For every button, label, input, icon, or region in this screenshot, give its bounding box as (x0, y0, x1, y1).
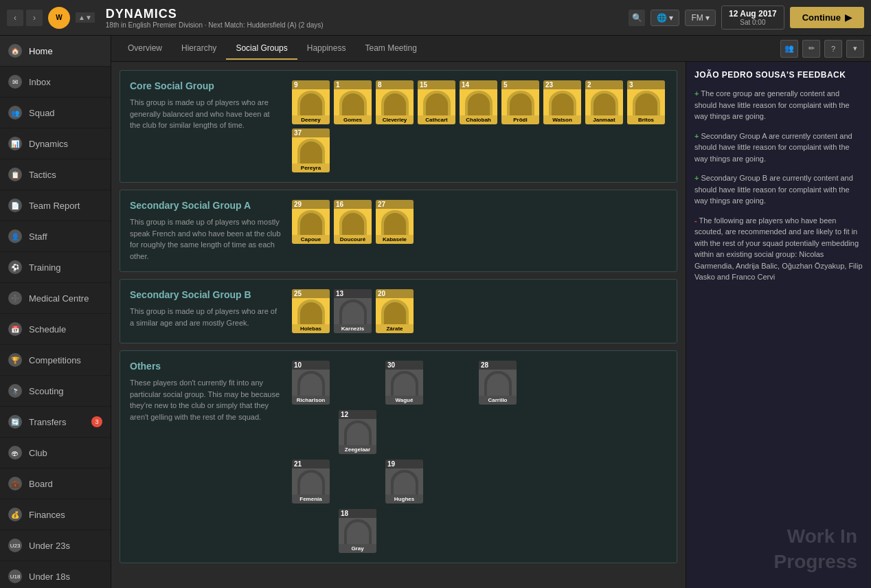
player-avatar (339, 91, 367, 115)
player-card[interactable]: 3 Britos (627, 80, 665, 124)
player-number: 3 (627, 80, 665, 89)
tab-social-groups[interactable]: Social Groups (226, 38, 297, 60)
sidebar-item-u18[interactable]: U18 Under 18s (0, 561, 111, 588)
sidebar-item-training[interactable]: ⚽ Training (0, 252, 111, 283)
sidebar-item-transfers[interactable]: 🔄 Transfers 3 (0, 407, 111, 438)
player-name: Richarlson (292, 396, 330, 405)
player-number: 18 (339, 509, 376, 518)
search-button[interactable]: 🔍 (629, 10, 645, 26)
edit-icon[interactable]: ✏ (802, 40, 820, 58)
player-avatar (391, 470, 418, 495)
club-badge[interactable]: W (48, 7, 70, 29)
player-card[interactable]: 20 Zárate (376, 289, 414, 333)
player-card[interactable]: 8 Cleverley (376, 80, 414, 124)
help-icon[interactable]: ? (824, 40, 842, 58)
group-card: Secondary Social Group B This group is m… (120, 279, 677, 343)
continue-button[interactable]: Continue ▶ (790, 7, 864, 28)
player-number: 27 (376, 200, 414, 209)
globe-button[interactable]: 🌐 ▾ (651, 10, 679, 26)
sidebar-item-dynamics[interactable]: 📊 Dynamics (0, 128, 111, 159)
tab-happiness[interactable]: Happiness (297, 38, 356, 60)
expand-icon[interactable]: ▾ (846, 40, 864, 58)
feedback-item: + The core group are generally content a… (694, 88, 863, 122)
player-card[interactable]: 9 Deeney (292, 80, 330, 124)
fm-button[interactable]: FM ▾ (685, 10, 716, 26)
player-avatar (507, 91, 534, 115)
player-name: Britos (627, 115, 665, 124)
sub-tabs-right: 👥 ✏ ? ▾ (780, 40, 864, 58)
player-card[interactable]: 16 Doucouré (334, 200, 372, 244)
player-card[interactable]: 37 Pereyra (292, 128, 330, 172)
sidebar-item-medical[interactable]: ➕ Medical Centre (0, 283, 111, 314)
player-avatar (465, 91, 493, 115)
team-subtitle: 18th in English Premier Division · Next … (106, 21, 623, 29)
player-name: Chalobah (460, 115, 497, 124)
tab-hierarchy[interactable]: Hierarchy (172, 38, 226, 60)
player-avatar (381, 299, 409, 324)
club-icon: 🏟 (8, 446, 22, 460)
continue-label: Continue (802, 12, 841, 23)
player-name: Capoue (292, 235, 330, 244)
sidebar-item-u23[interactable]: U23 Under 23s (0, 530, 111, 561)
player-card[interactable]: 13 Karnezis (334, 289, 372, 333)
player-card[interactable]: 28 Carrillo (479, 361, 517, 405)
player-card[interactable]: 15 Cathcart (418, 80, 455, 124)
club-selector[interactable]: ▲▼ (76, 12, 95, 23)
player-card[interactable]: 10 Richarlson (292, 361, 330, 405)
player-avatar (591, 91, 618, 115)
sidebar-item-schedule[interactable]: 📅 Schedule (0, 314, 111, 345)
player-card[interactable]: 5 Prödl (501, 80, 539, 124)
player-card[interactable]: 29 Capoue (292, 200, 330, 244)
player-number: 29 (292, 200, 330, 209)
sidebar-label-club: Club (29, 448, 47, 458)
empty-cell (479, 509, 520, 553)
player-number: 20 (376, 289, 414, 298)
player-card[interactable]: 27 Kabasele (376, 200, 414, 244)
player-avatar (633, 91, 660, 115)
player-card[interactable]: 23 Watson (543, 80, 581, 124)
sidebar-item-home[interactable]: 🏠 Home (0, 36, 111, 67)
tab-team-meeting[interactable]: Team Meeting (355, 38, 426, 60)
right-panel: JOÃO PEDRO SOUSA'S FEEDBACK + The core g… (686, 62, 871, 588)
sidebar-item-staff[interactable]: 👤 Staff (0, 221, 111, 252)
group-title: Others (130, 361, 281, 372)
player-card[interactable]: 25 Holebas (292, 289, 330, 333)
player-card[interactable]: 19 Hughes (385, 460, 423, 504)
player-name: Watson (543, 115, 581, 124)
sidebar-item-finances[interactable]: 💰 Finances (0, 499, 111, 530)
sidebar: 🏠 Home ✉ Inbox 👥 Squad 📊 Dynamics 📋 Tact… (0, 36, 111, 588)
group-players: 9 Deeney 1 Gomes 8 Cleverley 15 (292, 80, 667, 172)
sidebar-item-competitions[interactable]: 🏆 Competitions (0, 345, 111, 376)
person-group-icon[interactable]: 👥 (780, 40, 798, 58)
player-card[interactable]: 1 Gomes (334, 80, 372, 124)
back-button[interactable]: ‹ (7, 10, 23, 26)
player-name: Wagué (385, 396, 423, 405)
sidebar-item-squad[interactable]: 👥 Squad (0, 98, 111, 128)
inbox-icon: ✉ (8, 75, 22, 89)
player-card[interactable]: 2 Janmaat (585, 80, 623, 124)
sidebar-item-club[interactable]: 🏟 Club (0, 438, 111, 468)
sidebar-item-board[interactable]: 💼 Board (0, 468, 111, 499)
sidebar-item-scouting[interactable]: 🔭 Scouting (0, 376, 111, 407)
player-name: Hughes (385, 495, 423, 504)
player-number: 13 (334, 289, 372, 298)
player-number: 30 (385, 361, 423, 370)
player-card[interactable]: 30 Wagué (385, 361, 423, 405)
sidebar-item-inbox[interactable]: ✉ Inbox (0, 67, 111, 98)
content-area: Overview Hierarchy Social Groups Happine… (111, 36, 871, 588)
sidebar-label-dynamics: Dynamics (29, 139, 68, 149)
sidebar-label-u18: Under 18s (29, 572, 70, 582)
player-card[interactable]: 14 Chalobah (460, 80, 497, 124)
top-bar-right: 🔍 🌐 ▾ FM ▾ 12 Aug 2017 Sat 0:00 Continue… (629, 5, 864, 30)
player-card[interactable]: 18 Gray (339, 509, 376, 553)
empty-cell (292, 410, 333, 454)
player-card[interactable]: 12 Zeegelaar (339, 410, 376, 454)
player-number: 15 (418, 80, 455, 89)
forward-button[interactable]: › (26, 10, 43, 26)
player-card[interactable]: 21 Femenía (292, 460, 330, 504)
player-name: Carrillo (479, 396, 517, 405)
tab-overview[interactable]: Overview (118, 38, 172, 60)
sidebar-item-team-report[interactable]: 📄 Team Report (0, 190, 111, 221)
player-name: Femenía (292, 495, 330, 504)
sidebar-item-tactics[interactable]: 📋 Tactics (0, 159, 111, 190)
